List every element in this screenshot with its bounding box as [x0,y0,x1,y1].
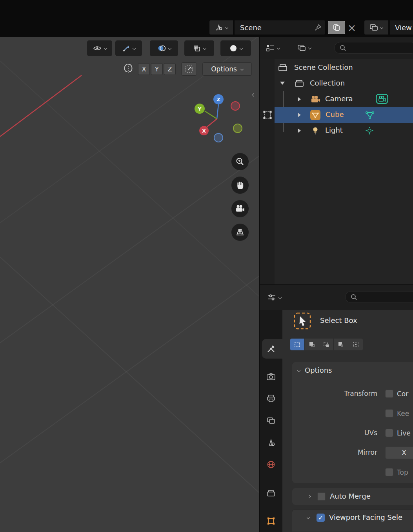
xray-dropdown[interactable] [184,40,214,56]
mirror-x-toggle[interactable]: X [138,63,150,75]
row-label: Cube [326,110,344,118]
overlays-dropdown[interactable] [150,40,178,56]
render-icon [266,372,276,381]
tab-render[interactable] [263,368,279,385]
select-mode-row [290,339,363,350]
options-panel: Options [292,362,413,483]
chevron-down-icon [203,47,206,50]
gizmo-minus-z-ball[interactable] [214,133,223,142]
camera-data-icon[interactable] [376,94,388,104]
viewport-facing-checkbox[interactable]: ✓ [317,514,325,522]
keep-connected-checkbox[interactable] [385,409,393,417]
topology-mirror-checkbox[interactable] [385,468,393,476]
mirror-x-button[interactable]: X [385,446,413,459]
options-dropdown[interactable]: Options [202,62,252,76]
select-extend-icon [309,341,315,348]
select-mode-extend[interactable] [305,339,319,350]
tab-collection[interactable] [263,485,279,502]
mirror-y-toggle[interactable]: Y [151,63,163,75]
chevron-down-icon [380,26,383,29]
editor-type-dropdown[interactable] [267,291,281,304]
delete-scene-button[interactable]: × [345,20,358,35]
live-unwrap-checkbox[interactable] [385,429,393,437]
active-tool-button[interactable] [293,312,311,330]
live-unwrap-label: Live [397,429,411,437]
active-tool-label: Select Box [320,316,357,324]
view-layer-icon [267,417,275,425]
chevron-down-icon [307,516,310,519]
disclosure-triangle[interactable] [298,97,301,102]
gizmo-x-label: X [202,128,206,134]
keep-connected-label: Kee [397,410,409,417]
navigation-gizmo[interactable]: Z Y X [187,89,249,148]
gizmo-z-ball[interactable]: Z [213,94,224,104]
zoom-icon [235,157,245,166]
mirror-x-button-label: X [402,449,406,457]
outliner-header [260,37,413,59]
world-globe-icon [266,460,276,469]
pan-button[interactable] [231,177,249,194]
disclosure-triangle[interactable] [298,113,301,117]
tab-tool[interactable] [263,341,279,357]
outliner-row-cube[interactable]: Cube [260,107,413,123]
select-new-icon [294,341,300,348]
viewport-facing-panel[interactable]: ✓ Viewport Facing Sele [292,509,413,532]
mirror-icon [122,63,135,73]
tab-object[interactable] [263,513,279,529]
light-object-icon [311,126,320,135]
copy-scene-button[interactable] [328,21,345,34]
select-mode-new[interactable] [290,339,305,350]
filter-dropdown[interactable] [297,41,311,55]
auto-merge-checkbox[interactable] [317,492,326,501]
tab-view-layer[interactable] [263,412,279,429]
proportional-editing-button[interactable] [181,62,197,76]
mirror-z-toggle[interactable]: Z [164,63,176,75]
topbar: Scene × View [0,0,413,37]
tab-world[interactable] [263,456,279,473]
chevron-down-icon [225,26,228,29]
display-mode-dropdown[interactable] [266,41,280,55]
outliner-row-scene-collection[interactable]: Scene Collection [260,60,413,76]
gizmo-minus-y-ball[interactable] [233,124,242,133]
outliner-row-camera[interactable]: Camera [260,91,413,107]
disclosure-triangle[interactable] [280,82,285,85]
tab-scene[interactable] [263,434,279,451]
tab-output[interactable] [263,390,279,407]
zoom-button[interactable] [231,153,249,170]
light-data-icon[interactable] [365,126,374,135]
shading-dropdown[interactable] [220,40,251,56]
chevron-down-icon [168,47,171,50]
disclosure-triangle[interactable] [298,128,301,133]
gizmo-z-label: Z [217,97,220,102]
view-layer-name-field[interactable]: View [390,20,413,35]
select-mode-intersect[interactable] [348,339,363,350]
correct-face-checkbox[interactable] [385,390,393,398]
options-panel-header[interactable]: Options [298,366,332,374]
perspective-toggle-button[interactable] [231,224,249,241]
outliner-search-field[interactable] [334,42,413,54]
scene-props-icon [266,438,276,447]
camera-view-button[interactable] [231,200,249,217]
topology-mirror-label: Top [397,468,408,476]
properties-search-field[interactable] [345,291,413,303]
gizmo-minus-x-ball[interactable] [231,102,240,110]
mesh-data-icon[interactable] [365,110,375,120]
visibility-dropdown[interactable] [87,40,112,56]
row-label: Light [325,126,343,134]
gizmos-dropdown[interactable] [115,40,142,56]
chevron-down-icon [297,368,300,372]
gizmo-y-ball[interactable]: Y [195,104,205,114]
select-mode-subtract[interactable] [319,339,334,350]
chevron-down-icon [308,46,311,49]
auto-merge-panel[interactable]: Auto Merge [292,488,413,505]
view-layer-browse-button[interactable] [364,20,388,35]
scene-name-field[interactable]: Scene [234,20,326,35]
outliner-row-collection[interactable]: Collection [260,76,413,91]
select-mode-invert[interactable] [334,339,348,350]
scene-browse-button[interactable] [209,20,233,35]
correct-face-label: Cor [397,390,408,398]
pin-icon[interactable] [315,24,321,31]
gizmo-x-ball[interactable]: X [199,126,209,135]
viewport-3d[interactable]: X Y Z Options Z [0,37,259,532]
outliner-row-light[interactable]: Light [260,123,413,138]
